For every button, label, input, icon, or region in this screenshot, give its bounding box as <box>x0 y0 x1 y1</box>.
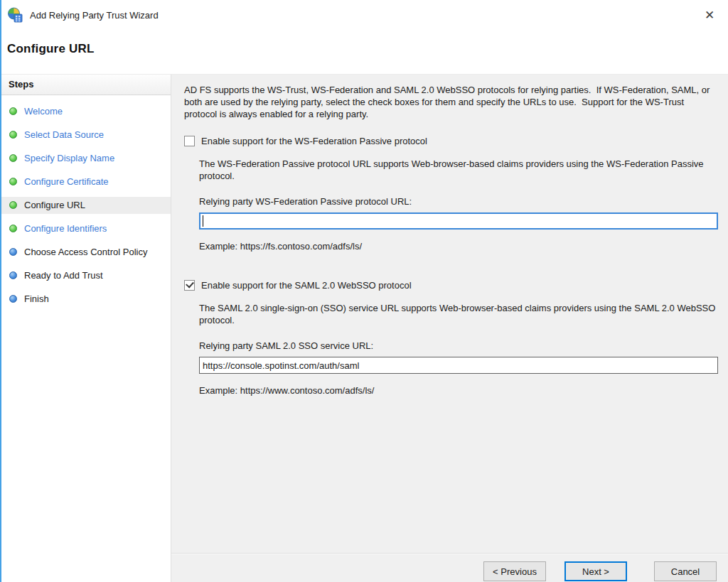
previous-button[interactable]: < Previous <box>483 561 546 581</box>
step-label: Select Data Source <box>24 129 104 141</box>
wsfed-checkbox[interactable] <box>184 136 195 146</box>
page-title: Configure URL <box>7 42 728 56</box>
sidebar-item-finish: Finish <box>1 291 171 308</box>
sidebar-item-welcome[interactable]: Welcome <box>1 103 171 120</box>
saml-description: The SAML 2.0 single-sign-on (SSO) servic… <box>199 302 718 326</box>
step-bullet-icon <box>9 107 17 115</box>
wsfed-url-label: Relying party WS-Federation Passive prot… <box>199 195 718 208</box>
step-bullet-icon <box>9 178 17 185</box>
step-label: Finish <box>24 293 49 305</box>
window-title: Add Relying Party Trust Wizard <box>30 10 701 21</box>
step-label: Specify Display Name <box>24 153 114 164</box>
step-label: Configure Identifiers <box>24 223 107 235</box>
wsfed-example: Example: https://fs.contoso.com/adfs/ls/ <box>199 240 718 252</box>
sidebar-item-specify-display-name[interactable]: Specify Display Name <box>1 150 171 167</box>
text-cursor <box>203 215 203 227</box>
wizard-footer: < Previous Next > Cancel <box>171 553 728 582</box>
wsfed-url-input[interactable] <box>199 212 718 230</box>
wizard-content: AD FS supports the WS-Trust, WS-Federati… <box>171 74 728 582</box>
adfs-wizard-icon <box>7 7 23 23</box>
sidebar-item-configure-identifiers[interactable]: Configure Identifiers <box>1 220 171 237</box>
wsfed-section: The WS-Federation Passive protocol URL s… <box>199 158 718 252</box>
saml-example: Example: https://www.contoso.com/adfs/ls… <box>199 384 718 397</box>
cancel-button[interactable]: Cancel <box>654 561 717 581</box>
step-label: Configure URL <box>24 200 85 211</box>
sidebar-item-select-data-source[interactable]: Select Data Source <box>1 126 171 144</box>
steps-header: Steps <box>1 75 171 95</box>
step-label: Ready to Add Trust <box>24 270 103 281</box>
step-bullet-icon <box>9 225 17 232</box>
saml-url-label: Relying party SAML 2.0 SSO service URL: <box>199 340 718 352</box>
sidebar-item-configure-certificate[interactable]: Configure Certificate <box>1 173 171 190</box>
heading-area: Configure URL <box>1 30 728 74</box>
steps-list: WelcomeSelect Data SourceSpecify Display… <box>1 95 171 314</box>
step-label: Welcome <box>24 106 63 117</box>
step-bullet-icon <box>9 248 17 256</box>
saml-url-input[interactable] <box>199 357 718 374</box>
wsfed-checkbox-row[interactable]: Enable support for the WS-Federation Pas… <box>184 135 718 147</box>
step-bullet-icon <box>9 201 17 209</box>
saml-checkbox[interactable] <box>184 280 195 291</box>
sidebar-item-choose-access-control-policy: Choose Access Control Policy <box>1 244 171 261</box>
steps-sidebar: Steps WelcomeSelect Data SourceSpecify D… <box>1 74 171 582</box>
step-bullet-icon <box>9 271 17 279</box>
sidebar-item-configure-url: Configure URL <box>1 197 171 214</box>
step-bullet-icon <box>9 131 17 139</box>
saml-checkbox-label: Enable support for the SAML 2.0 WebSSO p… <box>201 279 412 291</box>
intro-text: AD FS supports the WS-Trust, WS-Federati… <box>184 84 718 120</box>
wsfed-checkbox-label: Enable support for the WS-Federation Pas… <box>201 135 427 147</box>
wsfed-description: The WS-Federation Passive protocol URL s… <box>199 158 718 182</box>
step-bullet-icon <box>9 295 17 303</box>
step-label: Choose Access Control Policy <box>24 247 147 258</box>
saml-checkbox-row[interactable]: Enable support for the SAML 2.0 WebSSO p… <box>184 279 718 291</box>
sidebar-item-ready-to-add-trust: Ready to Add Trust <box>1 267 171 284</box>
next-button[interactable]: Next > <box>564 561 627 581</box>
saml-section: The SAML 2.0 single-sign-on (SSO) servic… <box>199 302 718 397</box>
step-label: Configure Certificate <box>24 176 109 188</box>
step-bullet-icon <box>9 154 17 162</box>
close-icon[interactable]: ✕ <box>701 6 718 23</box>
title-bar: Add Relying Party Trust Wizard ✕ <box>1 0 728 30</box>
